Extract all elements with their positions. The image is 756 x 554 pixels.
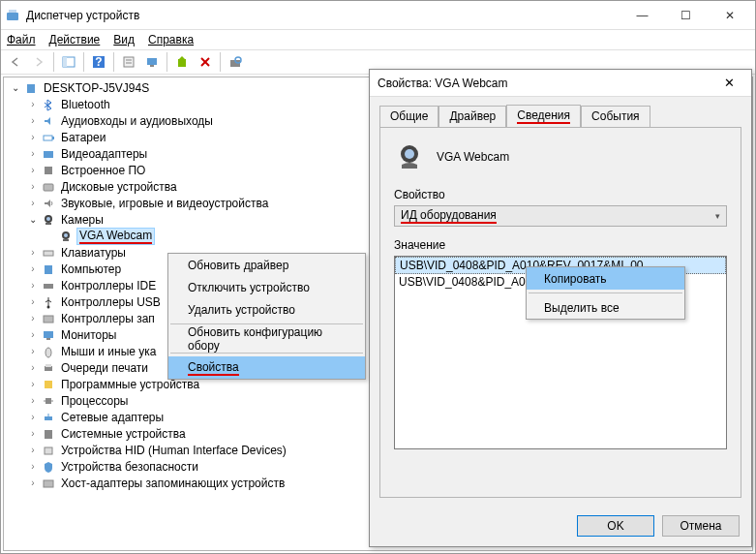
- svg-rect-29: [45, 265, 52, 274]
- tree-item-label: Звуковые, игровые и видеоустройства: [59, 197, 270, 210]
- svg-rect-0: [7, 13, 18, 20]
- expand-icon[interactable]: ›: [25, 263, 41, 274]
- cancel-button[interactable]: Отмена: [662, 515, 740, 537]
- property-combo[interactable]: ИД оборудования ▾: [394, 205, 727, 227]
- expand-icon[interactable]: ›: [25, 115, 41, 126]
- webcam-icon: [394, 141, 425, 172]
- menu-help[interactable]: Справка: [148, 33, 194, 46]
- tree-item-label: Компьютер: [59, 262, 123, 276]
- expand-icon[interactable]: ›: [25, 461, 41, 472]
- svg-point-48: [405, 149, 414, 159]
- expand-icon[interactable]: ›: [25, 395, 41, 406]
- tree-item-label: Аудиовходы и аудиовыходы: [59, 114, 215, 128]
- svg-rect-34: [46, 338, 50, 340]
- svg-rect-37: [45, 364, 51, 367]
- disk-icon: [41, 179, 56, 195]
- back-button[interactable]: [5, 51, 26, 73]
- expand-icon[interactable]: ›: [25, 181, 41, 192]
- mouse-icon: [41, 344, 56, 359]
- close-button[interactable]: ✕: [708, 2, 751, 29]
- svg-rect-24: [45, 223, 51, 225]
- tab[interactable]: Общие: [379, 106, 438, 128]
- ok-button[interactable]: OK: [577, 515, 654, 537]
- tree-item-label: Устройства безопасности: [59, 460, 200, 474]
- ctx-item[interactable]: Обновить драйвер: [168, 254, 365, 276]
- svg-rect-42: [45, 416, 52, 420]
- svg-point-23: [46, 217, 50, 221]
- svg-rect-10: [150, 65, 154, 67]
- help-button[interactable]: ?: [88, 51, 109, 73]
- menu-action[interactable]: Действие: [49, 33, 101, 46]
- audio-icon: [41, 113, 56, 129]
- cpu-icon: [41, 393, 56, 409]
- properties-button[interactable]: [118, 51, 139, 73]
- expand-icon[interactable]: ›: [25, 412, 41, 422]
- collapse-icon[interactable]: ⌄: [25, 214, 41, 225]
- camera-icon: [41, 212, 56, 228]
- collapse-icon[interactable]: ⌄: [8, 82, 23, 93]
- video-icon: [41, 146, 56, 162]
- soft-icon: [41, 377, 56, 392]
- tree-item-label: Bluetooth: [59, 98, 112, 111]
- ctx-item[interactable]: Свойства: [168, 356, 365, 379]
- maximize-button[interactable]: ☐: [664, 2, 708, 29]
- uninstall-button[interactable]: [195, 51, 216, 73]
- expand-icon[interactable]: ›: [25, 198, 41, 208]
- expand-icon[interactable]: ›: [25, 379, 41, 389]
- tree-item-label: Хост-адаптеры запоминающих устройств: [59, 477, 287, 490]
- svg-rect-19: [44, 151, 53, 158]
- tab[interactable]: Сведения: [506, 105, 581, 127]
- tree-item-label: Контроллеры зап: [59, 312, 157, 325]
- sound-icon: [41, 196, 56, 211]
- show-hide-button[interactable]: [58, 51, 79, 73]
- expand-icon[interactable]: ›: [25, 296, 41, 307]
- expand-icon[interactable]: ›: [25, 329, 41, 340]
- minimize-button[interactable]: —: [620, 2, 664, 29]
- svg-rect-9: [147, 58, 157, 65]
- expand-icon[interactable]: ›: [25, 148, 41, 159]
- storage-icon: [41, 311, 56, 326]
- menu-view[interactable]: Вид: [113, 33, 135, 46]
- window-title: Диспетчер устройств: [26, 9, 620, 22]
- firmware-icon: [41, 163, 56, 178]
- expand-icon[interactable]: ›: [25, 445, 41, 455]
- update-driver-button[interactable]: [171, 51, 193, 73]
- ctx-item[interactable]: Выделить все: [527, 296, 684, 319]
- net-icon: [41, 410, 56, 425]
- expand-icon[interactable]: ›: [25, 132, 41, 142]
- menu-file[interactable]: Файл: [7, 33, 36, 46]
- tree-item-label: Контроллеры IDE: [59, 279, 158, 292]
- svg-text:?: ?: [95, 55, 102, 69]
- dialog-close-button[interactable]: ✕: [714, 76, 743, 90]
- webcam-icon: [58, 229, 74, 244]
- computer-icon: [23, 80, 39, 96]
- svg-rect-6: [124, 57, 134, 67]
- tab[interactable]: События: [581, 106, 650, 128]
- expand-icon[interactable]: ›: [25, 165, 41, 175]
- ctx-item[interactable]: Отключить устройство: [168, 276, 365, 298]
- expand-icon[interactable]: ›: [25, 346, 41, 356]
- monitor-icon: [41, 327, 56, 343]
- ctx-item[interactable]: Обновить конфигурацию обору: [168, 327, 365, 350]
- forward-button[interactable]: [28, 51, 49, 73]
- expand-icon[interactable]: ›: [25, 362, 41, 373]
- expand-icon[interactable]: ›: [25, 428, 41, 439]
- tree-item-label: Очереди печати: [59, 361, 150, 375]
- expand-icon[interactable]: ›: [25, 247, 41, 258]
- svg-rect-44: [45, 430, 52, 439]
- monitor-icon[interactable]: [141, 51, 163, 73]
- ctx-item[interactable]: Копировать: [527, 267, 684, 290]
- svg-rect-45: [45, 447, 52, 454]
- expand-icon[interactable]: ›: [25, 280, 41, 291]
- ctx-item[interactable]: Удалить устройство: [168, 298, 365, 321]
- svg-rect-46: [44, 480, 53, 487]
- expand-icon[interactable]: ›: [25, 99, 41, 109]
- tree-item-label: Дисковые устройства: [59, 180, 179, 194]
- pc-icon: [41, 262, 56, 277]
- svg-rect-21: [44, 184, 53, 191]
- tree-item-label: Батареи: [59, 131, 107, 144]
- scan-hardware-button[interactable]: [225, 51, 246, 73]
- tab[interactable]: Драйвер: [438, 106, 506, 128]
- expand-icon[interactable]: ›: [25, 477, 41, 488]
- expand-icon[interactable]: ›: [25, 313, 41, 323]
